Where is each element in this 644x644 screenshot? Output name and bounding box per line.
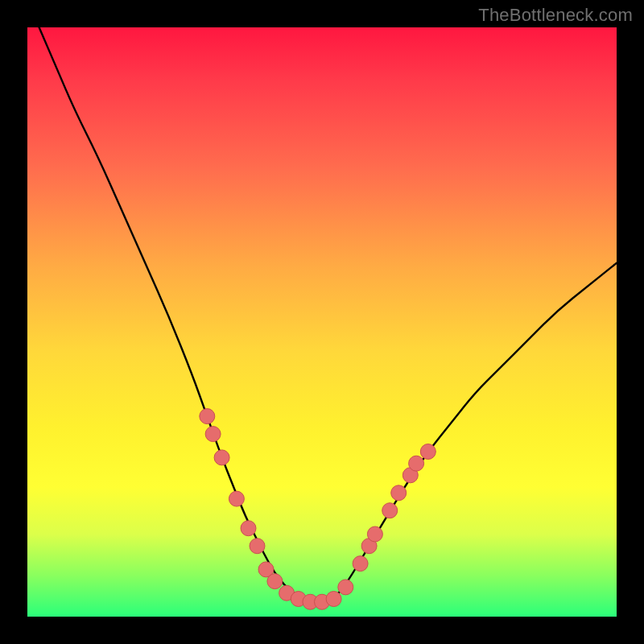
- watermark-text: TheBottleneck.com: [478, 5, 633, 26]
- data-point: [353, 556, 368, 572]
- data-point: [229, 491, 244, 506]
- data-point-markers: [200, 409, 436, 610]
- data-point: [382, 503, 398, 518]
- plot-area: [27, 27, 617, 617]
- data-point: [326, 592, 341, 607]
- chart-svg: [27, 27, 617, 617]
- data-point: [338, 580, 353, 595]
- data-point: [241, 521, 256, 536]
- data-point: [267, 574, 283, 589]
- chart-frame: TheBottleneck.com: [0, 0, 644, 644]
- data-point: [214, 450, 229, 465]
- data-point: [391, 485, 407, 501]
- data-point: [367, 526, 382, 542]
- data-point: [250, 539, 265, 554]
- data-point: [409, 456, 424, 471]
- data-point: [200, 409, 215, 424]
- data-point: [420, 444, 436, 460]
- bottleneck-curve: [39, 27, 617, 601]
- data-point: [205, 427, 221, 442]
